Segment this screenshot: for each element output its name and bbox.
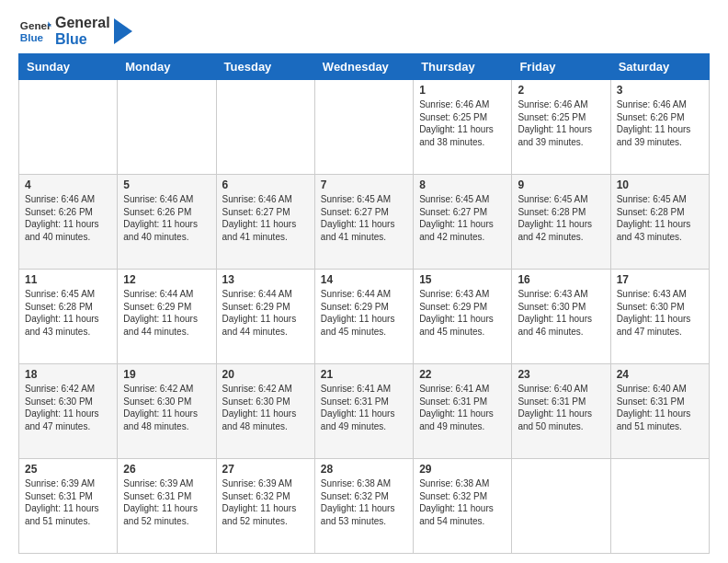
day-number: 19 [123, 368, 210, 381]
calendar-cell: 10Sunrise: 6:45 AM Sunset: 6:28 PM Dayli… [610, 175, 709, 270]
svg-marker-3 [114, 18, 132, 44]
logo-general: General [55, 15, 110, 31]
calendar-cell: 29Sunrise: 6:38 AM Sunset: 6:32 PM Dayli… [414, 459, 512, 554]
day-number: 29 [419, 463, 506, 476]
day-info: Sunrise: 6:46 AM Sunset: 6:27 PM Dayligh… [222, 193, 309, 243]
day-number: 26 [123, 463, 210, 476]
day-info: Sunrise: 6:44 AM Sunset: 6:29 PM Dayligh… [321, 288, 407, 338]
day-number: 21 [321, 368, 407, 381]
day-info: Sunrise: 6:46 AM Sunset: 6:25 PM Dayligh… [419, 98, 506, 148]
day-number: 9 [518, 178, 604, 191]
calendar-cell [512, 459, 610, 554]
day-info: Sunrise: 6:42 AM Sunset: 6:30 PM Dayligh… [123, 383, 210, 432]
day-info: Sunrise: 6:40 AM Sunset: 6:31 PM Dayligh… [518, 383, 604, 432]
calendar-cell: 2Sunrise: 6:46 AM Sunset: 6:25 PM Daylig… [512, 80, 610, 175]
calendar-cell: 18Sunrise: 6:42 AM Sunset: 6:30 PM Dayli… [19, 364, 118, 459]
svg-text:General: General [20, 19, 51, 31]
calendar-cell [118, 80, 216, 175]
day-number: 15 [419, 273, 506, 286]
day-number: 20 [222, 368, 309, 381]
calendar-cell: 27Sunrise: 6:39 AM Sunset: 6:32 PM Dayli… [216, 459, 314, 554]
calendar-cell: 11Sunrise: 6:45 AM Sunset: 6:28 PM Dayli… [19, 270, 118, 364]
calendar-cell: 19Sunrise: 6:42 AM Sunset: 6:30 PM Dayli… [118, 364, 216, 459]
calendar-cell: 24Sunrise: 6:40 AM Sunset: 6:31 PM Dayli… [610, 364, 709, 459]
day-info: Sunrise: 6:42 AM Sunset: 6:30 PM Dayligh… [25, 383, 111, 432]
calendar-cell: 15Sunrise: 6:43 AM Sunset: 6:29 PM Dayli… [414, 270, 512, 364]
weekday-tuesday: Tuesday [216, 54, 314, 80]
calendar-cell: 9Sunrise: 6:45 AM Sunset: 6:28 PM Daylig… [512, 175, 610, 270]
calendar-cell: 14Sunrise: 6:44 AM Sunset: 6:29 PM Dayli… [314, 270, 413, 364]
weekday-sunday: Sunday [19, 54, 118, 80]
day-number: 27 [222, 463, 309, 476]
day-info: Sunrise: 6:38 AM Sunset: 6:32 PM Dayligh… [419, 477, 506, 527]
day-info: Sunrise: 6:41 AM Sunset: 6:31 PM Dayligh… [419, 383, 506, 432]
day-info: Sunrise: 6:45 AM Sunset: 6:27 PM Dayligh… [419, 193, 506, 243]
calendar-cell: 5Sunrise: 6:46 AM Sunset: 6:26 PM Daylig… [118, 175, 216, 270]
calendar-table: SundayMondayTuesdayWednesdayThursdayFrid… [18, 53, 710, 554]
day-number: 1 [419, 84, 506, 97]
calendar-cell: 23Sunrise: 6:40 AM Sunset: 6:31 PM Dayli… [512, 364, 610, 459]
day-info: Sunrise: 6:46 AM Sunset: 6:25 PM Dayligh… [518, 98, 604, 148]
calendar-cell: 12Sunrise: 6:44 AM Sunset: 6:29 PM Dayli… [118, 270, 216, 364]
week-row-0: 1Sunrise: 6:46 AM Sunset: 6:25 PM Daylig… [19, 80, 710, 175]
day-info: Sunrise: 6:43 AM Sunset: 6:29 PM Dayligh… [419, 288, 506, 338]
calendar-cell: 28Sunrise: 6:38 AM Sunset: 6:32 PM Dayli… [314, 459, 413, 554]
day-info: Sunrise: 6:42 AM Sunset: 6:30 PM Dayligh… [222, 383, 309, 432]
calendar-cell: 16Sunrise: 6:43 AM Sunset: 6:30 PM Dayli… [512, 270, 610, 364]
day-info: Sunrise: 6:45 AM Sunset: 6:27 PM Dayligh… [321, 193, 407, 243]
weekday-wednesday: Wednesday [314, 54, 413, 80]
calendar-cell [314, 80, 413, 175]
day-number: 18 [25, 368, 111, 381]
day-number: 22 [419, 368, 506, 381]
logo: General Blue General Blue [18, 15, 132, 48]
page: General Blue General Blue SundayMondayTu… [0, 0, 728, 563]
weekday-saturday: Saturday [610, 54, 709, 80]
day-info: Sunrise: 6:41 AM Sunset: 6:31 PM Dayligh… [321, 383, 407, 432]
svg-text:Blue: Blue [20, 31, 44, 43]
day-info: Sunrise: 6:38 AM Sunset: 6:32 PM Dayligh… [321, 477, 407, 527]
logo-blue: Blue [55, 31, 110, 48]
week-row-3: 18Sunrise: 6:42 AM Sunset: 6:30 PM Dayli… [19, 364, 710, 459]
day-info: Sunrise: 6:39 AM Sunset: 6:31 PM Dayligh… [123, 477, 210, 527]
calendar-cell: 8Sunrise: 6:45 AM Sunset: 6:27 PM Daylig… [414, 175, 512, 270]
day-number: 14 [321, 273, 407, 286]
header: General Blue General Blue [18, 15, 710, 48]
day-info: Sunrise: 6:39 AM Sunset: 6:31 PM Dayligh… [25, 477, 111, 527]
calendar-cell: 4Sunrise: 6:46 AM Sunset: 6:26 PM Daylig… [19, 175, 118, 270]
calendar-cell: 1Sunrise: 6:46 AM Sunset: 6:25 PM Daylig… [414, 80, 512, 175]
day-number: 3 [617, 84, 703, 97]
day-info: Sunrise: 6:40 AM Sunset: 6:31 PM Dayligh… [617, 383, 703, 432]
day-number: 23 [518, 368, 604, 381]
weekday-friday: Friday [512, 54, 610, 80]
week-row-1: 4Sunrise: 6:46 AM Sunset: 6:26 PM Daylig… [19, 175, 710, 270]
day-info: Sunrise: 6:44 AM Sunset: 6:29 PM Dayligh… [123, 288, 210, 338]
calendar-cell: 25Sunrise: 6:39 AM Sunset: 6:31 PM Dayli… [19, 459, 118, 554]
week-row-2: 11Sunrise: 6:45 AM Sunset: 6:28 PM Dayli… [19, 270, 710, 364]
day-number: 4 [25, 178, 111, 191]
calendar-cell: 13Sunrise: 6:44 AM Sunset: 6:29 PM Dayli… [216, 270, 314, 364]
day-number: 8 [419, 178, 506, 191]
calendar-cell: 7Sunrise: 6:45 AM Sunset: 6:27 PM Daylig… [314, 175, 413, 270]
day-number: 28 [321, 463, 407, 476]
day-info: Sunrise: 6:45 AM Sunset: 6:28 PM Dayligh… [25, 288, 111, 338]
calendar-cell: 21Sunrise: 6:41 AM Sunset: 6:31 PM Dayli… [314, 364, 413, 459]
day-number: 25 [25, 463, 111, 476]
calendar-cell: 17Sunrise: 6:43 AM Sunset: 6:30 PM Dayli… [610, 270, 709, 364]
day-number: 12 [123, 273, 210, 286]
day-number: 6 [222, 178, 309, 191]
calendar-cell: 22Sunrise: 6:41 AM Sunset: 6:31 PM Dayli… [414, 364, 512, 459]
calendar-cell [610, 459, 709, 554]
logo-arrow-icon [114, 18, 132, 44]
day-number: 13 [222, 273, 309, 286]
day-info: Sunrise: 6:39 AM Sunset: 6:32 PM Dayligh… [222, 477, 309, 527]
day-info: Sunrise: 6:46 AM Sunset: 6:26 PM Dayligh… [25, 193, 111, 243]
day-info: Sunrise: 6:46 AM Sunset: 6:26 PM Dayligh… [123, 193, 210, 243]
day-info: Sunrise: 6:43 AM Sunset: 6:30 PM Dayligh… [518, 288, 604, 338]
day-info: Sunrise: 6:43 AM Sunset: 6:30 PM Dayligh… [617, 288, 703, 338]
day-number: 17 [617, 273, 703, 286]
day-number: 16 [518, 273, 604, 286]
calendar-cell: 6Sunrise: 6:46 AM Sunset: 6:27 PM Daylig… [216, 175, 314, 270]
calendar-cell [19, 80, 118, 175]
weekday-header-row: SundayMondayTuesdayWednesdayThursdayFrid… [19, 54, 710, 80]
day-info: Sunrise: 6:45 AM Sunset: 6:28 PM Dayligh… [617, 193, 703, 243]
